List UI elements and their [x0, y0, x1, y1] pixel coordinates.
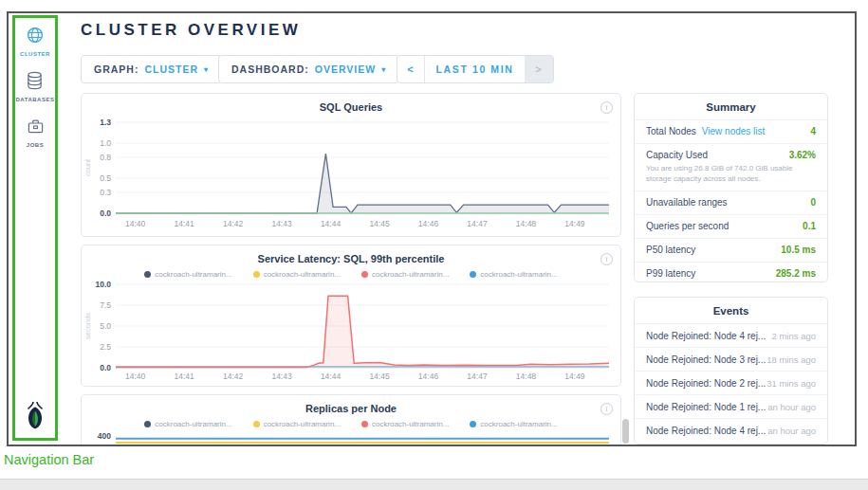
- sidebar-item-label: JOBS: [27, 142, 44, 148]
- x-tick-label: 14:40: [125, 219, 146, 228]
- summary-row-value: 3.62%: [789, 150, 816, 160]
- page: CLUSTER DATABASES: [0, 0, 868, 490]
- x-tick-label: 14:43: [271, 372, 292, 381]
- summary-row-p50-latency: P50 latency 10.5 ms: [635, 239, 827, 263]
- event-time: 31 mins ago: [766, 378, 816, 389]
- legend-item: cockroach-ultramarin...: [144, 269, 231, 279]
- summary-row-label: Queries per second: [646, 221, 729, 231]
- series-line-node-red: [116, 296, 609, 367]
- chart-title: Replicas per Node: [82, 403, 620, 414]
- time-next-button[interactable]: >: [525, 56, 553, 82]
- summary-panel: Summary Total NodesView nodes list 4 Cap…: [634, 93, 828, 282]
- series-area-node-red: [116, 296, 609, 368]
- summary-row-label: Total Nodes: [646, 126, 696, 136]
- sql-queries-card: SQL Queries i 1.31.00.80.50.30.014:4014:…: [81, 93, 621, 237]
- briefcase-icon: [27, 118, 45, 139]
- info-icon[interactable]: i: [600, 403, 613, 415]
- y-tick-label: 0.5: [100, 173, 111, 183]
- legend-item: cockroach-ultramarin...: [253, 419, 341, 428]
- event-time: 18 mins ago: [766, 354, 816, 365]
- graph-dropdown-value: CLUSTER: [144, 64, 198, 75]
- x-tick-label: 14:41: [174, 372, 194, 381]
- info-icon[interactable]: i: [600, 253, 613, 265]
- x-tick-label: 14:44: [321, 372, 342, 381]
- legend-item: cockroach-ultramarin...: [361, 269, 449, 279]
- legend-dot: [361, 421, 368, 427]
- y-tick-label: 1.3: [100, 118, 111, 127]
- replicas-per-node-card: Replicas per Node i cockroach-ultramarin…: [81, 394, 621, 446]
- x-tick-label: 14:46: [418, 372, 439, 381]
- summary-row-label: P50 latency: [646, 245, 695, 255]
- x-tick-label: 14:45: [369, 372, 390, 381]
- graph-dropdown-label: GRAPH:: [94, 64, 139, 75]
- summary-row-capacity-used: Capacity Used 3.62% You are using 26.8 G…: [635, 144, 827, 191]
- legend-dot: [361, 271, 368, 278]
- event-time: 2 mins ago: [772, 331, 816, 341]
- chevron-down-icon: ▾: [204, 65, 209, 74]
- event-text: Node Rejoined: Node 3 rej...: [646, 354, 766, 365]
- time-range-label[interactable]: LAST 10 MIN: [425, 64, 525, 75]
- event-row: Node Rejoined: Node 3 rej... 18 mins ago: [635, 348, 827, 372]
- x-tick-label: 14:45: [369, 219, 390, 228]
- summary-row-p99-latency: P99 latency 285.2 ms: [635, 263, 827, 285]
- x-tick-label: 14:42: [223, 219, 244, 228]
- legend-item: cockroach-ultramarin...: [144, 419, 231, 428]
- summary-row-label: Capacity Used: [646, 150, 708, 160]
- database-icon: [26, 71, 44, 94]
- summary-row-value: 10.5 ms: [781, 245, 816, 255]
- legend-item: cockroach-ultramarin...: [361, 419, 449, 428]
- time-range-selector: < LAST 10 MIN >: [397, 55, 554, 83]
- sidebar-item-jobs[interactable]: JOBS: [27, 118, 45, 148]
- chevron-down-icon: ▾: [381, 65, 386, 74]
- navigation-bar: CLUSTER DATABASES: [12, 15, 58, 441]
- legend-dot: [470, 271, 476, 278]
- y-axis-label: count: [83, 158, 92, 176]
- x-tick-label: 14:48: [516, 219, 537, 228]
- y-tick-label: 7.5: [100, 300, 111, 310]
- x-tick-label: 14:42: [223, 372, 244, 381]
- chart-legend: cockroach-ultramarin...cockroach-ultrama…: [82, 269, 620, 279]
- vertical-scrollbar-thumb[interactable]: [622, 419, 629, 444]
- summary-row-value: 4: [810, 126, 816, 136]
- capacity-note: You are using 26.8 GiB of 742.0 GiB usab…: [646, 163, 816, 184]
- cockroach-logo[interactable]: [23, 401, 47, 433]
- x-tick-label: 14:49: [564, 372, 585, 381]
- y-axis-label: seconds: [83, 313, 92, 339]
- y-tick-label: 10.0: [95, 281, 111, 289]
- x-tick-label: 14:43: [271, 219, 292, 228]
- sidebar-item-cluster[interactable]: CLUSTER: [20, 26, 50, 57]
- y-tick-label: 400: [98, 431, 111, 441]
- summary-row-queries-per-second: Queries per second 0.1: [635, 215, 827, 239]
- event-text: Node Rejoined: Node 2 rej...: [646, 378, 766, 389]
- x-tick-label: 14:46: [418, 219, 439, 228]
- sql-queries-chart: 1.31.00.80.50.30.014:4014:4114:4214:4314…: [82, 115, 619, 230]
- legend-dot: [144, 271, 151, 278]
- graph-dropdown[interactable]: GRAPH: CLUSTER ▾: [81, 55, 222, 83]
- page-title: CLUSTER OVERVIEW: [81, 21, 301, 40]
- time-prev-button[interactable]: <: [397, 56, 425, 82]
- legend-item: cockroach-ultramarin...: [253, 269, 341, 279]
- event-text: Node Rejoined: Node 1 rej...: [646, 402, 766, 412]
- x-tick-label: 14:47: [467, 372, 488, 381]
- y-tick-label: 1.0: [100, 138, 111, 148]
- dashboard-dropdown-label: DASHBOARD:: [231, 64, 309, 75]
- x-tick-label: 14:40: [125, 372, 146, 381]
- dashboard-dropdown[interactable]: DASHBOARD: OVERVIEW ▾: [218, 55, 399, 83]
- service-latency-chart: 10.07.55.02.50.014:4014:4114:4214:4314:4…: [82, 281, 619, 383]
- view-nodes-list-link[interactable]: View nodes list: [702, 126, 766, 136]
- summary-row-label: Unavailable ranges: [646, 197, 728, 208]
- event-text: Node Rejoined: Node 4 rej...: [646, 426, 766, 436]
- legend-item: cockroach-ultramarin...: [470, 269, 557, 279]
- x-tick-label: 14:48: [516, 372, 537, 381]
- bottom-strip: [0, 479, 868, 490]
- event-row: Node Rejoined: Node 4 rej... an hour ago: [635, 419, 827, 442]
- events-panel: Events Node Rejoined: Node 4 rej... 2 mi…: [634, 297, 828, 445]
- service-latency-card: Service Latency: SQL, 99th percentile i …: [81, 245, 621, 387]
- event-row: Node Rejoined: Node 2 rej... 31 mins ago: [635, 372, 827, 395]
- sidebar-item-databases[interactable]: DATABASES: [16, 71, 55, 102]
- summary-row-value: 0: [810, 197, 816, 208]
- x-tick-label: 14:49: [564, 219, 585, 228]
- info-icon[interactable]: i: [600, 101, 613, 114]
- x-tick-label: 14:41: [174, 219, 194, 228]
- y-tick-label: 5.0: [100, 321, 111, 331]
